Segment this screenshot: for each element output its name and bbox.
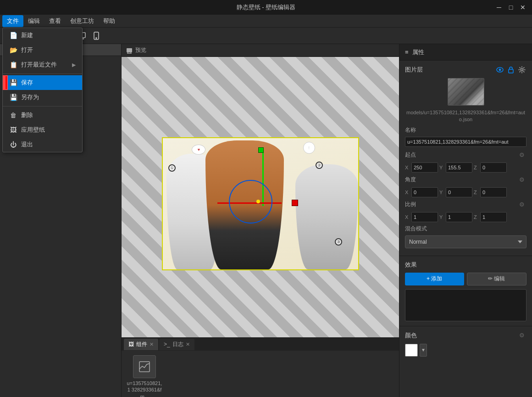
saveas-label: 另存为 [21, 93, 39, 101]
menu-save[interactable]: 💾 保存 [3, 75, 82, 90]
save-icon: 💾 [9, 79, 17, 86]
menu-saveas[interactable]: 💾 另存为 [3, 90, 82, 105]
open-label: 打开 [21, 46, 33, 54]
apply-icon: 🖼 [9, 126, 17, 134]
submenu-arrow-icon: ▶ [72, 62, 76, 68]
open-icon: 📂 [9, 46, 17, 54]
menu-separator-1 [3, 73, 82, 74]
menu-recent[interactable]: 📋 打开最近文件 ▶ [3, 57, 82, 72]
quit-label: 退出 [21, 140, 33, 149]
menu-apply[interactable]: 🖼 应用壁纸 [3, 123, 82, 137]
delete-icon: 🗑 [9, 112, 17, 119]
saveas-icon: 💾 [9, 94, 17, 101]
apply-label: 应用壁纸 [21, 126, 45, 134]
menu-open[interactable]: 📂 打开 [3, 43, 82, 57]
dropdown-overlay: 📄 新建 📂 打开 📋 打开最近文件 ▶ 💾 保存 💾 另存为 🗑 删除 🖼 [0, 0, 532, 397]
new-icon: 📄 [9, 32, 17, 39]
recent-icon: 📋 [9, 61, 17, 68]
save-label: 保存 [21, 78, 33, 87]
dropdown-menu: 📄 新建 📂 打开 📋 打开最近文件 ▶ 💾 保存 💾 另存为 🗑 删除 🖼 [2, 28, 83, 152]
menu-delete[interactable]: 🗑 删除 [3, 108, 82, 123]
menu-separator-2 [3, 106, 82, 106]
quit-icon: ⏻ [9, 141, 17, 148]
menu-quit[interactable]: ⏻ 退出 [3, 137, 82, 152]
menu-new[interactable]: 📄 新建 [3, 28, 82, 43]
new-label: 新建 [21, 31, 33, 39]
delete-label: 删除 [21, 111, 33, 119]
recent-label: 打开最近文件 [21, 61, 57, 69]
